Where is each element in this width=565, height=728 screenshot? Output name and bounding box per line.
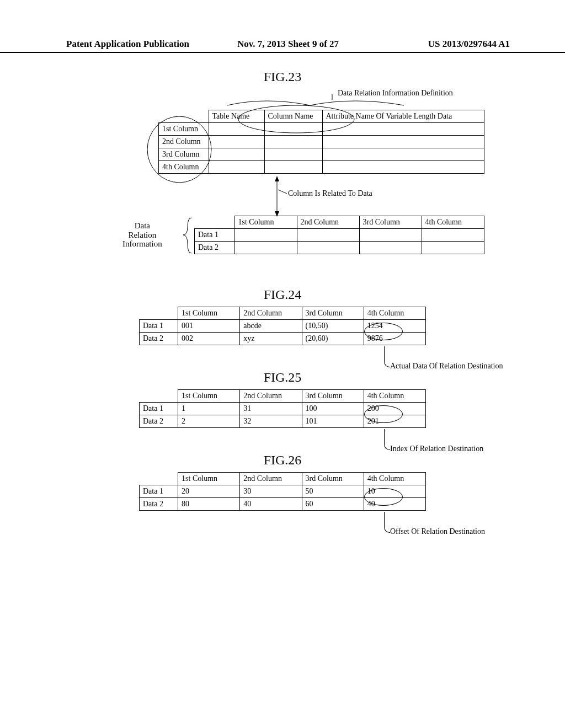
fig23-label: FIG.23 [0,69,565,84]
side-l2: Relation [122,231,162,240]
row-hdr: 2nd Column [159,136,209,148]
h: 3rd Column [302,473,364,485]
bh: 1st Column [234,216,297,229]
fig23-def-label: Data Relation Information Definition [338,89,453,98]
h: 1st Column [178,390,240,403]
rh: Data 1 [140,320,178,333]
fig25-label: FIG.25 [0,370,565,385]
fig26-label: FIG.26 [0,453,565,468]
fig25-wrap: 1st Column 2nd Column 3rd Column 4th Col… [139,389,426,428]
c: (10,50) [302,320,364,333]
callout-curve-icon [384,524,390,533]
c: 1 [178,403,240,415]
c: 80 [178,498,240,511]
h: 4th Column [364,307,425,320]
h: 4th Column [364,390,425,403]
c: 60 [302,498,364,511]
row-hdr: 3rd Column [159,148,209,161]
c: 31 [240,403,302,415]
highlight-oval-icon [364,323,403,340]
c: (20,60) [302,333,364,345]
callout-line-icon [384,346,385,360]
header-left: Patent Application Publication [66,39,214,50]
fig23-definition-table: Table Name Column Name Attribute Name Of… [158,110,484,174]
rh: Data 2 [140,498,178,511]
rh: Data 2 [140,333,178,345]
callout-line-icon [384,512,385,526]
h: 1st Column [178,473,240,485]
rh: Data 1 [195,229,235,242]
c: 20 [178,485,240,498]
rh: Data 2 [195,242,235,254]
fig25-callout: Index Of Relation Destination [390,445,483,453]
callout-line-icon [384,429,385,443]
h: 1st Column [178,307,240,320]
header-center: Nov. 7, 2013 Sheet 9 of 27 [214,39,362,50]
c: 101 [302,415,364,428]
bh: 4th Column [422,216,484,229]
rh: Data 1 [140,485,178,498]
c: 2 [178,415,240,428]
fig24-callout: Actual Data Of Relation Destination [390,362,503,371]
side-l1: Data [122,221,162,231]
h: 2nd Column [240,390,302,403]
h: 4th Column [364,473,425,485]
row-hdr: 4th Column [159,161,209,174]
fig26-callout: Offset Of Relation Destination [390,527,485,536]
svg-marker-4 [275,176,279,181]
svg-line-6 [278,190,287,194]
c: xyz [240,333,302,345]
rh: Data 1 [140,403,178,415]
header-right: US 2013/0297644 A1 [362,39,510,50]
h: 3rd Column [302,307,364,320]
h: 3rd Column [302,390,364,403]
fig23-relation-table: 1st Column 2nd Column 3rd Column 4th Col… [194,216,484,254]
callout-curve-icon [384,359,390,367]
th-column-name: Column Name [264,110,322,123]
h: 2nd Column [240,307,302,320]
page-header: Patent Application Publication Nov. 7, 2… [0,0,565,53]
h: 2nd Column [240,473,302,485]
c: 100 [302,403,364,415]
highlight-oval-icon [364,488,403,506]
th-attr-name: Attribute Name Of Variable Length Data [322,110,484,123]
bh: 3rd Column [359,216,422,229]
fig23-relation-msg: Column Is Related To Data [288,189,372,198]
side-l3: Information [122,239,162,249]
bh: 2nd Column [297,216,359,229]
callout-curve-icon [384,442,390,450]
fig23-diagram: Data Relation Information Definition Tab… [67,89,498,271]
th-table-name: Table Name [209,110,264,123]
fig24-label: FIG.24 [0,287,565,302]
c: 002 [178,333,240,345]
fig24-wrap: 1st Column 2nd Column 3rd Column 4th Col… [139,307,426,345]
c: 001 [178,320,240,333]
rh: Data 2 [140,415,178,428]
fig26-wrap: 1st Column 2nd Column 3rd Column 4th Col… [139,472,426,511]
highlight-oval-icon [364,405,403,423]
c: abcde [240,320,302,333]
fig23-side-label: Data Relation Information [122,221,162,249]
c: 30 [240,485,302,498]
c: 50 [302,485,364,498]
c: 40 [240,498,302,511]
c: 32 [240,415,302,428]
row-hdr: 1st Column [159,123,209,136]
